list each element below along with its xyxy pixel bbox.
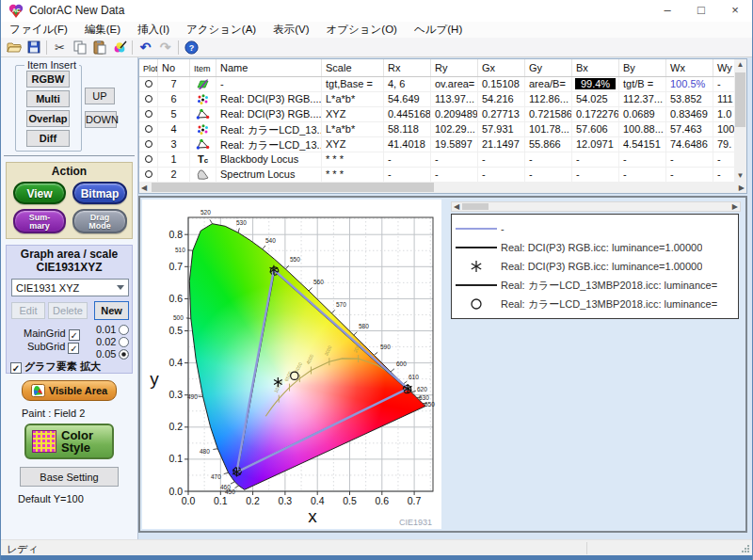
table-row[interactable]: 3Real: カラーLCD_13...XYZ41.401819.589721.1… xyxy=(139,137,734,152)
radio-001-icon[interactable] xyxy=(119,325,129,335)
save-icon[interactable] xyxy=(24,39,43,56)
radio-002-icon[interactable] xyxy=(119,337,129,347)
scroll-down-icon[interactable]: ▼ xyxy=(734,170,746,182)
redo-icon: ↷ xyxy=(155,39,175,56)
column-header-item: Item xyxy=(190,59,216,76)
table-vscrollbar[interactable]: ▲ ▼ xyxy=(734,59,746,182)
chromaticity-chart[interactable]: 0.00.10.20.30.40.50.60.70.00.10.20.30.40… xyxy=(142,200,441,529)
cell: XYZ xyxy=(322,137,384,152)
svg-text:0.3: 0.3 xyxy=(168,389,183,400)
table-viewport[interactable]: PlotNoItemNameScaleRxRyGxGyBxByWxWy7-tgt… xyxy=(139,59,734,183)
paste-icon[interactable] xyxy=(89,39,109,56)
color-settings-icon[interactable] xyxy=(109,39,129,56)
legend-scroll-right-icon[interactable]: ▶ xyxy=(732,201,738,212)
menu-item-4[interactable]: 表示(V) xyxy=(264,22,317,38)
scroll-right-icon[interactable]: ▶ xyxy=(739,183,745,193)
table-hscrollbar[interactable]: ◀ ▶ xyxy=(139,182,746,193)
radio-001[interactable]: 0.01 xyxy=(96,324,129,335)
table-row[interactable]: 7-tgt,Base =4, 6ov.area=0.15108area/B=99… xyxy=(139,77,734,92)
sidebar-divider xyxy=(4,155,135,156)
graph-zoom-check-icon[interactable]: ✓ xyxy=(10,362,22,374)
table-row[interactable]: 5Real: DCI(P3) RGB....XYZ0.4451680.20948… xyxy=(139,107,734,122)
cell: 54.025 xyxy=(572,92,619,106)
rgbw-button[interactable]: RGBW xyxy=(26,71,70,88)
plot-toggle[interactable] xyxy=(139,122,158,136)
cell: 41.4018 xyxy=(384,137,431,152)
title-bar[interactable]: AC ColorAC New Data – □ × xyxy=(1,0,752,22)
menu-item-5[interactable]: オプション(O) xyxy=(318,22,406,38)
maingrid-checkbox[interactable]: MainGrid ✓ xyxy=(24,328,80,341)
down-button[interactable]: DOWN xyxy=(85,111,117,128)
menu-item-1[interactable]: 編集(E) xyxy=(76,22,129,38)
cell: - xyxy=(572,168,619,182)
menu-item-6[interactable]: ヘルプ(H) xyxy=(406,22,471,38)
copy-icon[interactable] xyxy=(70,39,89,56)
summary-button[interactable]: Sum- mary xyxy=(13,209,66,233)
table-vscroll-thumb[interactable] xyxy=(735,72,745,127)
up-button[interactable]: UP xyxy=(85,88,115,104)
plot-toggle[interactable] xyxy=(139,92,158,106)
legend-scroll-thumb[interactable] xyxy=(462,203,489,210)
plot-toggle[interactable] xyxy=(139,107,158,121)
plot-toggle[interactable] xyxy=(139,77,158,91)
scroll-left-icon[interactable]: ◀ xyxy=(141,183,147,193)
radio-005[interactable]: 0.05 xyxy=(96,348,129,360)
legend-label: - xyxy=(501,223,505,234)
overlap-button[interactable]: Overlap xyxy=(26,110,70,127)
diff-button[interactable]: Diff xyxy=(26,130,70,147)
maximize-button[interactable]: □ xyxy=(684,0,718,22)
table-hscroll-thumb[interactable] xyxy=(152,183,434,192)
view-button[interactable]: View xyxy=(13,182,66,204)
table-row[interactable]: 4Real: カラーLCD_13...L*a*b*58.118102.29...… xyxy=(139,122,734,137)
scroll-up-icon[interactable]: ▲ xyxy=(734,59,746,71)
cell: 58.118 xyxy=(384,122,431,136)
radio-002[interactable]: 0.02 xyxy=(96,336,129,347)
cell: * * * xyxy=(322,152,384,167)
visible-area-button[interactable]: Visible Area xyxy=(22,380,117,401)
cell: 113.97... xyxy=(431,92,478,106)
legend-line-sample xyxy=(452,247,501,248)
plot-toggle[interactable] xyxy=(139,168,158,182)
svg-text:580: 580 xyxy=(359,323,369,329)
close-button[interactable]: × xyxy=(718,0,752,22)
svg-text:CIE1931: CIE1931 xyxy=(399,518,432,527)
bitmap-button[interactable]: Bitmap xyxy=(72,182,127,204)
cell: ov.area= xyxy=(431,77,478,91)
undo-icon[interactable]: ↶ xyxy=(136,39,155,56)
radio-001-label: 0.01 xyxy=(96,324,116,335)
graph-area-select[interactable]: CIE1931 XYZ xyxy=(11,279,129,296)
new-button[interactable]: New xyxy=(94,301,129,320)
item-name: Real: DCI(P3) RGB.... xyxy=(216,107,322,121)
subgrid-check-icon[interactable]: ✓ xyxy=(68,343,79,354)
menu-item-2[interactable]: 挿入(I) xyxy=(129,22,178,38)
plot-toggle[interactable] xyxy=(139,137,158,152)
graph-zoom-checkbox[interactable]: ✓ グラフ要素 拡大 xyxy=(10,360,101,374)
drag-mode-button[interactable]: Drag Mode xyxy=(72,209,127,233)
multi-button[interactable]: Multi xyxy=(26,90,70,107)
base-setting-button[interactable]: Base Setting xyxy=(20,467,119,487)
open-icon[interactable] xyxy=(4,39,24,56)
minimize-button[interactable]: – xyxy=(650,0,684,22)
help-icon[interactable]: ? xyxy=(182,39,201,56)
menu-item-3[interactable]: アクション(A) xyxy=(178,22,264,38)
table-row[interactable]: 1TcBlackbody Locus* * *-------- xyxy=(139,152,734,168)
sidebar: Item Insert RGBW Multi Overlap Diff UP D… xyxy=(1,57,138,539)
cell: - xyxy=(713,152,734,167)
svg-text:510: 510 xyxy=(175,247,185,253)
subgrid-checkbox[interactable]: SubGrid ✓ xyxy=(27,341,79,354)
radio-005-icon[interactable] xyxy=(119,349,129,360)
plot-toggle[interactable] xyxy=(139,152,158,167)
table-row[interactable]: 2Spectrum Locus* * *-------- xyxy=(139,168,734,183)
menu-item-0[interactable]: ファイル(F) xyxy=(1,22,76,38)
resize-grip[interactable] xyxy=(742,545,749,552)
cut-icon[interactable]: ✂ xyxy=(50,39,70,56)
legend-scroll-left-icon[interactable]: ◀ xyxy=(454,201,459,212)
table-header: PlotNoItemNameScaleRxRyGxGyBxByWxWy xyxy=(139,59,734,77)
color-style-button[interactable]: ColorStyle xyxy=(24,424,114,459)
column-header-bx: Bx xyxy=(572,59,619,76)
table-row[interactable]: 6Real: DCI(P3) RGB....L*a*b*54.649113.97… xyxy=(139,92,734,107)
maingrid-check-icon[interactable]: ✓ xyxy=(69,329,80,341)
svg-text:0.1: 0.1 xyxy=(168,453,183,464)
svg-text:490: 490 xyxy=(187,393,198,400)
legend-scrollbar[interactable]: ◀ ▶ xyxy=(451,201,741,212)
